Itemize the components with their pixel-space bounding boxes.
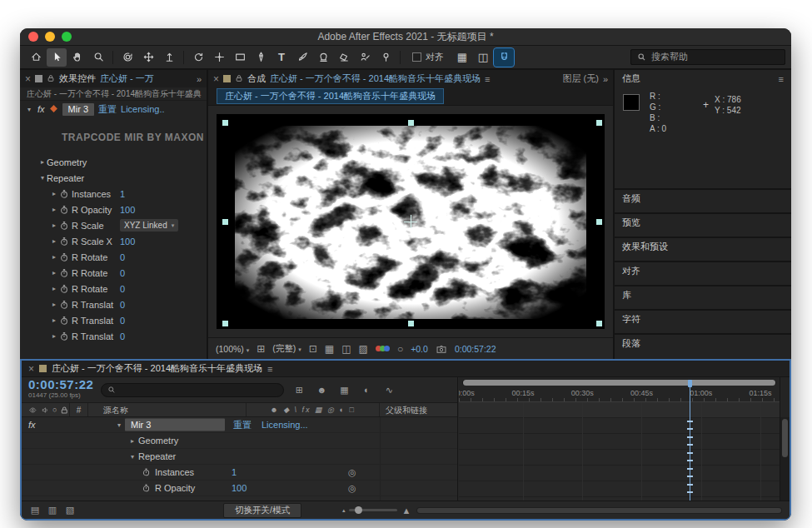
eraser-tool[interactable] — [334, 48, 354, 67]
timeline-row-effect[interactable]: fx ▾ Mir 3 重置 Licensing... — [22, 417, 457, 433]
param-value[interactable]: 0 — [120, 300, 125, 310]
param-value[interactable]: 100 — [120, 205, 135, 215]
effects-presets-panel[interactable]: 效果和预设 — [615, 238, 791, 261]
twirl-open-icon[interactable]: ▾ — [115, 421, 123, 429]
snapping-icon[interactable] — [494, 48, 514, 67]
stopwatch-icon[interactable] — [58, 331, 72, 341]
clone-stamp-tool[interactable] — [313, 48, 333, 67]
close-icon[interactable]: × — [28, 363, 34, 375]
vertical-scrollbar-thumb[interactable] — [782, 419, 788, 457]
twirl-closed-icon[interactable]: ▸ — [50, 269, 58, 276]
param-value[interactable]: 0 — [120, 284, 125, 294]
twirl-open-icon[interactable]: ▾ — [38, 174, 47, 182]
licensing-link[interactable]: Licensing.. — [121, 104, 165, 114]
close-window-button[interactable] — [28, 32, 38, 42]
twirl-closed-icon[interactable]: ▸ — [50, 301, 58, 308]
stopwatch-icon[interactable] — [142, 484, 151, 493]
exposure-reset-icon[interactable]: ○ — [397, 343, 403, 355]
magnification-select[interactable]: (100%) ▾ — [216, 344, 249, 354]
lock-icon[interactable] — [235, 74, 243, 84]
param-row[interactable]: ▸ R Rotate 0 — [20, 265, 207, 281]
expand-inout-icon[interactable]: ▧ — [64, 505, 76, 516]
vertical-scrollbar[interactable] — [780, 417, 790, 501]
comp-viewport[interactable] — [208, 106, 613, 337]
horizontal-scrollbar-thumb[interactable] — [417, 508, 781, 513]
param-row[interactable]: ▸ Instances 1 — [20, 186, 207, 202]
property-value[interactable]: 100 — [232, 483, 247, 493]
character-panel[interactable]: 字符 — [615, 311, 791, 333]
param-row[interactable]: ▸ R Rotate 0 — [20, 249, 207, 265]
type-tool[interactable]: T — [271, 48, 291, 67]
stopwatch-icon[interactable] — [58, 237, 72, 247]
reset-link[interactable]: 重置 — [98, 103, 117, 116]
stopwatch-icon[interactable] — [58, 300, 72, 310]
effect-header-row[interactable]: ▾ fx Mir 3 重置 Licensing.. — [20, 101, 207, 117]
group-row-repeater[interactable]: ▾ Repeater — [20, 170, 207, 186]
menu-icon[interactable]: ≡ — [779, 74, 784, 84]
expand-transfer-controls-icon[interactable]: ▥ — [47, 505, 58, 516]
selection-handle[interactable] — [596, 219, 602, 225]
twirl-closed-icon[interactable]: ▸ — [50, 332, 58, 340]
param-value[interactable]: 1 — [120, 189, 125, 199]
twirl-closed-icon[interactable]: ▸ — [50, 316, 58, 324]
param-value[interactable]: 0 — [120, 316, 125, 326]
expand-layer-switches-icon[interactable]: ▤ — [29, 505, 41, 516]
parent-link-column[interactable]: 父级和链接 — [380, 403, 457, 416]
eye-icon[interactable] — [28, 406, 37, 415]
rectangle-tool[interactable] — [230, 48, 250, 67]
timeline-track-area[interactable]: 0:00s 00:15s 00:30s 00:45s 01:00s 01:15s — [459, 377, 780, 501]
tab-composition[interactable]: 合成 — [247, 72, 266, 85]
mini-flowchart-icon[interactable]: ⊞ — [291, 385, 306, 396]
home-icon[interactable] — [26, 48, 46, 67]
rotate-tool[interactable] — [188, 48, 208, 67]
selection-handle[interactable] — [408, 120, 414, 126]
audio-panel[interactable]: 音频 — [615, 190, 791, 212]
graph-editor-icon[interactable]: ∿ — [381, 385, 396, 396]
roto-brush-tool[interactable] — [355, 48, 375, 67]
help-search-field[interactable]: 搜索帮助 — [630, 49, 785, 65]
menu-icon[interactable]: ≡ — [267, 364, 272, 374]
pan-camera-tool[interactable] — [138, 48, 158, 67]
twirl-closed-icon[interactable]: ▸ — [50, 190, 58, 197]
minimize-window-button[interactable] — [45, 32, 55, 42]
channel-color-icon[interactable] — [376, 346, 390, 351]
twirl-closed-icon[interactable]: ▸ — [50, 206, 58, 213]
param-value[interactable]: 0 — [120, 331, 125, 341]
timeline-row-group[interactable]: ▾ Repeater — [22, 449, 457, 465]
param-row[interactable]: ▸ R Translat 0 — [20, 328, 207, 344]
stopwatch-icon[interactable] — [58, 252, 72, 262]
lock-icon[interactable] — [47, 74, 55, 84]
stopwatch-icon[interactable] — [58, 316, 72, 326]
licensing-link[interactable]: Licensing... — [262, 420, 308, 430]
zoom-out-icon[interactable]: ▴ — [342, 507, 346, 514]
selection-handle[interactable] — [222, 321, 228, 326]
tab-overflow-icon[interactable]: » — [603, 74, 608, 84]
timeline-tabbar[interactable]: × 庄心妍 - 一万个舍不得 - 2014酷狗音乐十年盛典现场 ≡ — [22, 361, 790, 377]
twirl-closed-icon[interactable]: ▸ — [50, 222, 58, 229]
menu-icon[interactable]: ≡ — [485, 74, 490, 84]
param-row[interactable]: ▸ R Translat 0 — [20, 296, 207, 312]
effect-name[interactable]: Mir 3 — [125, 419, 225, 431]
effect-name[interactable]: Mir 3 — [62, 103, 94, 116]
grid-overlay-icon[interactable]: ▦ — [452, 48, 472, 67]
snapshot-camera-icon[interactable] — [436, 344, 447, 354]
selection-handle[interactable] — [596, 321, 602, 326]
safe-margins-icon[interactable]: ⊞ — [257, 343, 265, 355]
pickwhip-icon[interactable]: ◎ — [348, 467, 356, 478]
tab-comp-name[interactable]: 庄心妍 - 一万 — [100, 72, 154, 85]
twirl-open-icon[interactable]: ▾ — [128, 453, 137, 461]
twirl-closed-icon[interactable]: ▸ — [38, 158, 47, 166]
param-row[interactable]: ▸ R Opacity 100 — [20, 202, 207, 217]
stopwatch-icon[interactable] — [58, 189, 72, 199]
tab-layers[interactable]: 图层 (无) — [562, 72, 598, 85]
close-icon[interactable]: × — [25, 73, 31, 85]
toggle-switches-modes-button[interactable]: 切换开关/模式 — [223, 503, 301, 518]
brush-tool[interactable] — [292, 48, 312, 67]
fx-badge[interactable]: fx — [37, 104, 45, 114]
zoom-slider-thumb[interactable] — [355, 506, 362, 514]
transparency-grid-icon[interactable]: ▨ — [359, 343, 368, 355]
align-panel[interactable]: 对齐 — [615, 262, 791, 285]
frame-blend-icon[interactable]: ▦ — [336, 385, 351, 396]
time-ruler[interactable]: 0:00s 00:15s 00:30s 00:45s 01:00s 01:15s — [459, 387, 780, 402]
anchor-point-crosshair[interactable] — [404, 215, 417, 228]
